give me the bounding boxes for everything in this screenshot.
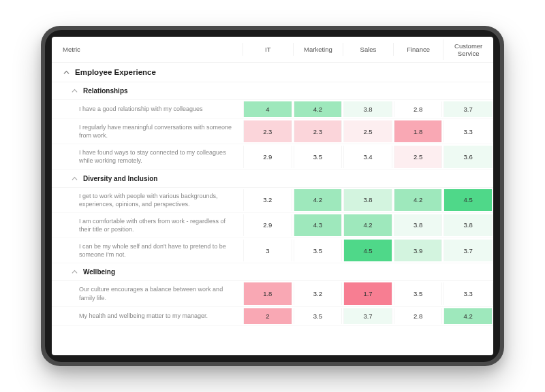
score-cell: 3.3 bbox=[443, 120, 493, 142]
score-cell: 3.8 bbox=[394, 214, 443, 236]
table-row: Our culture encourages a balance between… bbox=[52, 281, 493, 306]
score-cell: 3.3 bbox=[443, 282, 493, 304]
question-label: I regularly have meaningful conversation… bbox=[52, 119, 243, 144]
subsection-wellbeing[interactable]: Wellbeing bbox=[52, 263, 493, 281]
chevron-up-icon bbox=[71, 175, 78, 182]
subsection-title: Relationships bbox=[83, 87, 128, 95]
score-cell: 4.2 bbox=[343, 214, 392, 236]
score-cell: 3.8 bbox=[443, 214, 493, 236]
question-label: I get to work with people with various b… bbox=[52, 188, 243, 212]
question-label: My health and wellbeing matter to my man… bbox=[52, 307, 243, 325]
score-cell: 3.2 bbox=[294, 282, 343, 304]
header-dept-finance: Finance bbox=[393, 43, 443, 56]
score-cell: 3 bbox=[243, 240, 292, 261]
section-title: Employee Experience bbox=[75, 68, 156, 76]
score-cell: 3.8 bbox=[343, 101, 392, 117]
question-label: I am comfortable with others from work -… bbox=[52, 213, 243, 238]
subsection-relationships[interactable]: Relationships bbox=[52, 82, 493, 100]
score-cell: 2.8 bbox=[394, 101, 443, 117]
question-label: I can be my whole self and don't have to… bbox=[52, 238, 243, 263]
score-cell: 4.5 bbox=[343, 240, 392, 261]
table-row: I get to work with people with various b… bbox=[52, 188, 493, 213]
chevron-up-icon bbox=[71, 269, 78, 276]
score-cell: 3.2 bbox=[243, 189, 292, 211]
score-cell: 3.8 bbox=[343, 189, 392, 211]
subsection-title: Diversity and Inclusion bbox=[83, 175, 157, 182]
header-dept-customer-service: Customer Service bbox=[443, 39, 493, 60]
score-cell: 2.3 bbox=[243, 120, 292, 142]
score-cell: 3.5 bbox=[294, 308, 343, 324]
table-header-row: Metric IT Marketing Sales Finance Custom… bbox=[52, 37, 493, 63]
score-cell: 3.5 bbox=[294, 240, 343, 261]
score-cell: 4.2 bbox=[443, 308, 493, 324]
tablet-device-frame: Metric IT Marketing Sales Finance Custom… bbox=[41, 26, 504, 366]
heatmap-table: Metric IT Marketing Sales Finance Custom… bbox=[52, 37, 493, 355]
score-cell: 4.3 bbox=[294, 214, 343, 236]
score-cell: 1.7 bbox=[343, 282, 392, 304]
table-row: I have found ways to stay connected to m… bbox=[52, 144, 493, 169]
tablet-screen: Metric IT Marketing Sales Finance Custom… bbox=[52, 37, 493, 355]
score-cell: 3.7 bbox=[443, 240, 493, 261]
table-row: I can be my whole self and don't have to… bbox=[52, 238, 493, 263]
chevron-up-icon bbox=[63, 69, 69, 76]
question-label: I have a good relationship with my colle… bbox=[52, 100, 243, 118]
score-cell: 3.9 bbox=[394, 240, 443, 261]
header-dept-marketing: Marketing bbox=[293, 43, 343, 56]
score-cell: 3.5 bbox=[294, 146, 343, 167]
table-row: I am comfortable with others from work -… bbox=[52, 213, 493, 238]
score-cell: 4.2 bbox=[294, 189, 343, 211]
score-cell: 2.9 bbox=[243, 146, 292, 167]
score-cell: 2.5 bbox=[394, 146, 443, 167]
score-cell: 3.7 bbox=[343, 308, 392, 324]
score-cell: 3.7 bbox=[443, 101, 493, 117]
header-metric-label: Metric bbox=[52, 42, 243, 57]
chevron-up-icon bbox=[71, 88, 78, 95]
subsection-diversity-inclusion[interactable]: Diversity and Inclusion bbox=[52, 170, 493, 188]
score-cell: 1.8 bbox=[243, 282, 292, 304]
score-cell: 3.6 bbox=[443, 146, 493, 167]
question-label: Our culture encourages a balance between… bbox=[52, 281, 243, 306]
score-cell: 1.8 bbox=[394, 120, 443, 142]
section-employee-experience[interactable]: Employee Experience bbox=[52, 63, 493, 82]
score-cell: 2.9 bbox=[243, 214, 292, 236]
subsection-title: Wellbeing bbox=[83, 268, 115, 276]
table-row: I regularly have meaningful conversation… bbox=[52, 119, 493, 144]
score-cell: 4.2 bbox=[294, 101, 343, 117]
score-cell: 4.5 bbox=[443, 189, 493, 211]
score-cell: 2.8 bbox=[394, 308, 443, 324]
score-cell: 2.3 bbox=[294, 120, 343, 142]
tablet-bezel: Metric IT Marketing Sales Finance Custom… bbox=[45, 30, 500, 362]
table-row: I have a good relationship with my colle… bbox=[52, 100, 493, 119]
score-cell: 3.4 bbox=[343, 146, 392, 167]
question-label: I have found ways to stay connected to m… bbox=[52, 144, 243, 169]
header-dept-it: IT bbox=[243, 43, 293, 56]
table-row: My health and wellbeing matter to my man… bbox=[52, 307, 493, 326]
score-cell: 2.5 bbox=[343, 120, 392, 142]
header-dept-sales: Sales bbox=[343, 43, 393, 56]
score-cell: 2 bbox=[243, 308, 292, 324]
score-cell: 3.5 bbox=[394, 282, 443, 304]
score-cell: 4.2 bbox=[394, 189, 443, 211]
score-cell: 4 bbox=[243, 101, 292, 117]
